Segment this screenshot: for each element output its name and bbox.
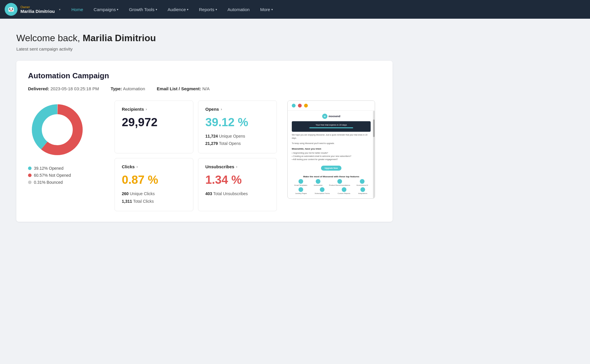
email-preview-section: M moosend Your free trial expires in 15 … xyxy=(282,100,381,199)
brand-logo[interactable]: Owner Marilia Dimitriou ▾ xyxy=(5,3,60,16)
nav-item-automation[interactable]: Automation xyxy=(222,0,255,19)
audience-dropdown-icon: ▾ xyxy=(187,8,188,11)
unsubscribes-value: 1.34 % xyxy=(205,174,270,186)
navbar: Owner Marilia Dimitriou ▾ Home Campaigns… xyxy=(0,0,590,19)
nav-items: Home Campaigns ▾ Growth Tools ▾ Audience… xyxy=(66,0,585,19)
mini-bullets: • Segmenting your list for better result… xyxy=(292,151,371,161)
growth-tools-dropdown-icon: ▾ xyxy=(156,8,157,11)
svg-rect-4 xyxy=(10,11,13,11)
mini-bullet-2: • Creating an automated email to welcome… xyxy=(292,155,371,158)
legend-bounced: 0.31% Bounced xyxy=(28,180,71,185)
svg-point-2 xyxy=(9,8,11,10)
integrations-icon xyxy=(360,187,365,192)
opens-arrow-icon: › xyxy=(221,107,222,111)
mini-icon-integrations: Integrations xyxy=(358,187,367,194)
mini-body-intro: We hope you are enjoying Moosend. Just a… xyxy=(292,134,371,140)
campaigns-dropdown-icon: ▾ xyxy=(117,8,118,11)
recipients-value: 29,972 xyxy=(122,116,186,128)
campaign-meta: Delivered: 2023-05-18 03:25:18 PM Type: … xyxy=(28,86,381,91)
unsubscribes-sub: 403 Total Unsubscribes xyxy=(205,190,270,197)
scrollbar[interactable] xyxy=(373,111,375,198)
donut-section: 39.12% Opened 60.57% Not Opened 0.31% Bo… xyxy=(28,100,110,185)
legend-dot-not-opened xyxy=(28,174,32,177)
nav-item-audience[interactable]: Audience ▾ xyxy=(162,0,194,19)
svg-point-6 xyxy=(11,6,12,7)
type-meta: Type: Automation xyxy=(111,86,145,91)
nav-item-home[interactable]: Home xyxy=(66,0,88,19)
clicks-value: 0.87 % xyxy=(122,174,186,186)
metric-opens: Opens › 39.12 % 11,724 Unique Opens 21,2… xyxy=(198,100,277,153)
clicks-arrow-icon: › xyxy=(136,164,138,169)
campaign-title: Automation Campaign xyxy=(28,71,381,80)
landing-pages-icon xyxy=(299,187,303,192)
mini-bullet-3: • A/B testing your content for greater e… xyxy=(292,158,371,161)
opens-sub: 11,724 Unique Opens 21,279 Total Opens xyxy=(205,133,270,147)
brand-avatar xyxy=(5,3,18,16)
clicks-header[interactable]: Clicks › xyxy=(122,164,186,169)
nav-item-reports[interactable]: Reports ▾ xyxy=(194,0,222,19)
welcome-subtitle: Latest sent campaign activity xyxy=(16,46,393,51)
metrics-grid: Recipients › 29,972 Opens › 39.12 % 11,7… xyxy=(110,100,282,211)
moosend-logo-icon: M xyxy=(322,114,327,119)
recipients-header[interactable]: Recipients › xyxy=(122,107,186,112)
opens-value: 39.12 % xyxy=(205,116,270,128)
metric-clicks: Clicks › 0.87 % 260 Unique Clicks 1,311 … xyxy=(114,158,193,211)
mini-features-row-1: Email Templates Automation Product Recom… xyxy=(292,179,371,186)
product-rec-icon xyxy=(337,179,342,184)
custom-reports-icon xyxy=(342,187,346,192)
mini-progress-bar xyxy=(309,127,353,128)
reports-dropdown-icon: ▾ xyxy=(216,8,217,11)
brand-user-name: Marilia Dimitriou xyxy=(20,9,55,14)
mini-features-title: Make the most of Moosend with these top … xyxy=(292,175,371,178)
frame-titlebar xyxy=(288,101,375,111)
email-list-meta: Email List / Segment: N/A xyxy=(157,86,210,91)
mini-icon-ecommerce: Ecommerce AI xyxy=(357,179,368,186)
mini-email-content: M moosend Your free trial expires in 15 … xyxy=(288,111,375,198)
nav-item-growth-tools[interactable]: Growth Tools ▾ xyxy=(124,0,162,19)
mini-icon-subscription: Subscription Forms xyxy=(315,187,330,194)
brand-owner-label: Owner xyxy=(20,5,55,9)
svg-point-11 xyxy=(42,115,72,145)
campaign-card: Automation Campaign Delivered: 2023-05-1… xyxy=(16,61,393,222)
legend-not-opened: 60.57% Not Opened xyxy=(28,173,71,178)
unsubscribes-header[interactable]: Unsubscribes › xyxy=(205,164,270,169)
titlebar-dot-red xyxy=(298,104,302,108)
main-content: Welcome back, Marilia Dimitriou Latest s… xyxy=(0,19,409,236)
donut-chart xyxy=(28,100,86,159)
brand-info: Owner Marilia Dimitriou xyxy=(20,5,55,14)
mini-icon-landing: Landing Pages xyxy=(295,187,307,194)
brand-dropdown-icon: ▾ xyxy=(59,8,60,11)
titlebar-dot-teal xyxy=(292,104,296,108)
recipients-arrow-icon: › xyxy=(146,107,147,111)
mini-icon-product-rec: Product Recommendations xyxy=(329,179,350,186)
nav-item-more[interactable]: More ▾ xyxy=(255,0,278,19)
mini-icon-automation: Automation xyxy=(314,179,322,186)
frame-scroll[interactable]: M moosend Your free trial expires in 15 … xyxy=(288,111,375,198)
svg-point-3 xyxy=(12,8,13,10)
nav-item-campaigns[interactable]: Campaigns ▾ xyxy=(88,0,124,19)
more-dropdown-icon: ▾ xyxy=(271,8,273,11)
mini-cta-button[interactable]: Upgrade Now xyxy=(321,166,341,171)
clicks-sub: 260 Unique Clicks 1,311 Total Clicks xyxy=(122,190,186,205)
ecommerce-icon xyxy=(360,179,365,184)
scrollbar-thumb xyxy=(373,119,375,137)
mini-bullet-1: • Segmenting your list for better result… xyxy=(292,151,371,155)
legend-dot-opened xyxy=(28,167,32,170)
mini-meanwhile-title: Meanwhile, have you tried: xyxy=(292,148,371,150)
unsubscribes-arrow-icon: › xyxy=(236,164,237,169)
titlebar-dot-gold xyxy=(304,104,308,108)
svg-rect-1 xyxy=(8,8,14,12)
mini-icon-custom-reports: Custom Reports xyxy=(338,187,350,194)
legend-opened: 39.12% Opened xyxy=(28,166,71,171)
opens-header[interactable]: Opens › xyxy=(205,107,270,112)
mini-features-row-2: Landing Pages Subscription Forms Custom … xyxy=(292,187,371,194)
legend-dot-bounced xyxy=(28,181,32,184)
chart-legend: 39.12% Opened 60.57% Not Opened 0.31% Bo… xyxy=(28,166,71,185)
stats-grid: 39.12% Opened 60.57% Not Opened 0.31% Bo… xyxy=(28,100,381,211)
subscription-forms-icon xyxy=(320,187,324,192)
metric-unsubscribes: Unsubscribes › 1.34 % 403 Total Unsubscr… xyxy=(198,158,277,211)
mini-banner: Your free trial expires in 15 days xyxy=(292,121,371,132)
mini-body-upgrade: To keep using Moosend you'll need to upg… xyxy=(292,142,371,145)
email-preview-frame: M moosend Your free trial expires in 15 … xyxy=(287,100,375,199)
email-templates-icon xyxy=(299,179,303,184)
